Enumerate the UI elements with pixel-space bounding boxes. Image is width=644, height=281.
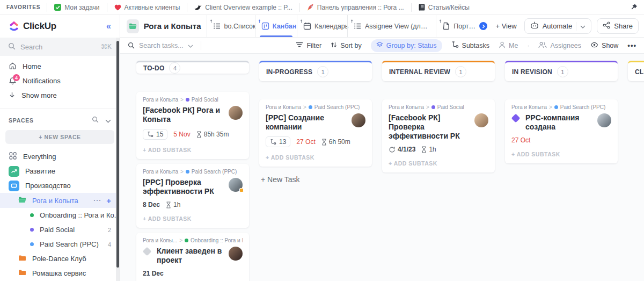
add-subtask-button[interactable]: + ADD SUBTASK [389,160,488,167]
sidebar-list-paid-social[interactable]: Paid Social 2 [0,222,120,237]
new-space-button[interactable]: + NEW SPACE [5,130,114,144]
more-options-button[interactable]: ••• [627,41,636,49]
time-estimate[interactable]: 85h 35m [196,131,229,138]
crumb-project: Рога и Копы... [143,237,177,243]
add-subtask-button[interactable]: + ADD SUBTASK [266,154,365,161]
column-in-revision: IN REVISION 1 Рога и Копыта > Paid Searc… [505,61,618,281]
column-header[interactable]: INTERNAL REVIEW 1 [382,61,495,81]
due-date[interactable]: 8 Dec [143,201,160,208]
sidebar-list-onboarding[interactable]: Onboarding :: Рога и Ко... 1 [0,208,120,222]
task-card[interactable]: Рога и Копы... > Onboarding :: Рога и Ко… [136,233,249,281]
task-card[interactable]: Рога и Копыта > Paid Search (PPC) PPC-ко… [505,99,618,163]
folder-actions: ⋯ + [93,196,111,205]
favorite-my-tasks[interactable]: Мои задачи [47,3,106,12]
add-subtask-button[interactable]: + ADD SUBTASK [143,147,243,153]
new-task-button[interactable]: + New Task [259,175,372,184]
task-card[interactable]: Рога и Копыта > Paid Search (PPC) [PPC] … [259,99,372,167]
task-meta: 4/1/23 1h [389,146,488,153]
favorite-label: Панель управления :: Рога ... [317,4,404,11]
assignees-button[interactable]: Assignees [538,41,581,50]
automate-button[interactable]: Automate [524,18,592,34]
tab-list-view[interactable]: bo.Список [207,15,255,37]
task-card[interactable]: Рога и Копыта > Paid Social [Facebook РК… [382,99,495,172]
column-header[interactable]: IN REVISION 1 [505,61,618,81]
time-estimate[interactable]: 6h 50m [321,138,350,146]
subtask-count[interactable]: 13 [266,136,290,147]
sidebar-space-proizvodstvo[interactable]: Производство [0,178,120,193]
time-estimate[interactable]: 1h [421,146,436,153]
assignee-avatar[interactable] [597,113,611,127]
task-card[interactable]: Рога и Копыта > Paid Search (PPC) [PPC] … [136,164,249,228]
location-folder-icon[interactable] [127,19,139,33]
search-tasks-input[interactable]: Search tasks... [128,42,193,49]
sidebar-folder-romashka[interactable]: Ромашка сервис [0,266,120,280]
sidebar-item-notifications[interactable]: 4 Notifications [0,74,120,88]
sidebar-folder-pole-dance[interactable]: Pole-Dance Клуб [0,251,120,266]
trend-icon [9,166,19,177]
list-status-dot [186,170,189,174]
favorite-client-overview[interactable]: Client Overview example :: P... [187,3,299,12]
subtasks-button[interactable]: Subtasks [451,41,489,50]
tab-calendar-view[interactable]: Календарь [297,15,347,37]
more-icon[interactable]: ⋯ [93,196,101,205]
sidebar-folder-roga-i-kopyta[interactable]: Рога и Копыта ⋯ + [0,193,120,208]
sort-by-button[interactable]: Sort by [331,41,362,50]
assignee-avatar[interactable] [229,247,243,261]
column-header[interactable]: CLI [628,61,644,81]
tab-client-portal[interactable]: Портал кл [436,15,493,37]
due-date[interactable]: 21 Dec [143,270,164,277]
tab-board-view[interactable]: Канбан [255,15,297,37]
share-button[interactable]: Share [597,18,639,34]
tab-assignee-view[interactable]: Assignee View (для назначени... [347,15,436,37]
group-by-button[interactable]: Group by: Status [371,39,442,52]
sidebar-scrollbar[interactable] [116,41,119,268]
time-estimate[interactable]: 1h [166,201,180,208]
pin-icon[interactable] [631,4,638,11]
eagle-icon [194,4,202,11]
assignee-avatar[interactable] [229,178,243,192]
due-date[interactable]: 27 Oct [511,136,530,144]
sidebar-search[interactable]: Search ⌘K [0,38,120,56]
folder-icon [18,269,26,277]
column-header[interactable]: TO-DO 4 [136,61,249,74]
favorite-active-clients[interactable]: Активные клиенты [107,3,187,12]
spaces-search-icon[interactable] [92,116,99,125]
task-card[interactable]: Рога и Копыта > Paid Social [Facebook РК… [136,92,249,159]
due-date[interactable]: 27 Oct [296,138,315,146]
crumb-project: Рога и Копыта [143,169,178,175]
column-internal-review: INTERNAL REVIEW 1 Рога и Копыта > Paid S… [382,61,495,281]
add-icon[interactable]: + [106,196,111,205]
add-subtask-button[interactable]: + ADD SUBTASK [143,215,243,222]
task-breadcrumb: Рога и Копы... > Onboarding :: Рога и Ко… [143,237,243,243]
due-date[interactable]: 5 Nov [173,131,190,138]
list-label: Paid Social [40,226,75,234]
space-label: Развитие [25,167,55,175]
assignee-avatar[interactable] [352,113,365,127]
sidebar-space-razvitie[interactable]: Развитие [0,164,120,178]
priority-diamond-icon[interactable] [511,114,521,123]
recurring-due-date[interactable]: 4/1/23 [389,146,415,153]
chevron-down-icon[interactable] [105,116,111,125]
collapse-sidebar-button[interactable]: « [106,21,111,31]
add-subtask-button[interactable]: + ADD SUBTASK [511,151,611,157]
favorite-dashboard[interactable]: Панель управления :: Рога ... [299,3,411,12]
crumb-list: Paid Social [437,104,464,110]
crumb-list: Paid Search (PPC) [192,169,237,175]
subtask-count[interactable]: 15 [143,129,167,140]
filter-button[interactable]: Filter [296,41,321,49]
show-button[interactable]: Show [590,42,618,49]
sidebar-item-show-more[interactable]: Show more [0,88,120,103]
add-view-button[interactable]: + View [493,22,518,30]
sidebar-item-everything[interactable]: Everything [0,149,120,164]
me-button[interactable]: Me [499,41,518,50]
task-title: PPC-компания создана [525,113,593,132]
sidebar-item-home[interactable]: Home [0,59,120,74]
assignee-avatar[interactable] [474,113,488,127]
kanban-board: TO-DO 4 Рога и Копыта > Paid Social [Fac… [120,54,644,281]
favorite-articles[interactable]: Статьи/Кейсы [411,3,477,12]
expand-arrow-icon[interactable] [479,22,487,30]
priority-diamond-icon[interactable] [143,247,152,256]
assignee-avatar[interactable] [229,106,243,120]
column-header[interactable]: IN-PROGRESS 1 [259,61,372,81]
sidebar-list-paid-search[interactable]: Paid Search (PPC) 4 [0,237,120,251]
